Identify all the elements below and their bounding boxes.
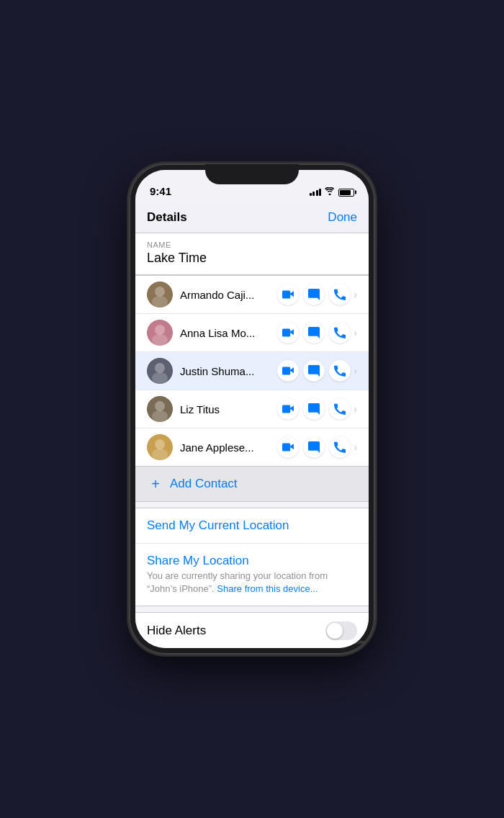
phone-button-liz[interactable] xyxy=(329,398,351,420)
name-label: NAME xyxy=(147,241,357,249)
add-contact-label: Add Contact xyxy=(170,477,238,491)
contact-row-anna[interactable]: Anna Lisa Mo... › xyxy=(135,314,369,352)
share-from-device-link[interactable]: Share from this device... xyxy=(217,583,318,594)
location-section: Send My Current Location Share My Locati… xyxy=(135,508,369,606)
svg-point-11 xyxy=(152,410,168,422)
battery-icon xyxy=(338,189,354,197)
svg-point-1 xyxy=(155,287,165,297)
video-call-button-armando[interactable] xyxy=(277,284,299,305)
svg-point-8 xyxy=(152,372,168,384)
notch xyxy=(205,164,299,184)
location-sub-text: You are currently sharing your location … xyxy=(147,570,357,595)
chevron-liz: › xyxy=(354,403,357,415)
message-button-armando[interactable] xyxy=(303,284,325,305)
contact-name-jane: Jane Applese... xyxy=(180,441,277,454)
hide-alerts-label: Hide Alerts xyxy=(147,624,206,638)
nav-bar: Details Done xyxy=(135,202,369,233)
contact-row-armando[interactable]: Armando Caji... › xyxy=(135,276,369,314)
add-contact-row[interactable]: + Add Contact xyxy=(135,466,369,502)
send-location-label: Send My Current Location xyxy=(147,518,289,532)
wifi-icon xyxy=(325,187,335,197)
contact-name-liz: Liz Titus xyxy=(180,403,277,415)
message-button-jane[interactable] xyxy=(303,436,325,458)
chevron-justin: › xyxy=(354,365,357,377)
share-location-label: Share My Location xyxy=(147,554,249,567)
contact-name-armando: Armando Caji... xyxy=(180,289,277,301)
message-button-anna[interactable] xyxy=(303,322,325,343)
contact-name-anna: Anna Lisa Mo... xyxy=(180,327,277,339)
status-icons xyxy=(310,187,355,197)
status-time: 9:41 xyxy=(150,185,171,197)
screen: 9:41 Details D xyxy=(135,170,369,648)
svg-point-5 xyxy=(152,334,168,346)
settings-section: Hide Alerts xyxy=(135,612,369,648)
video-call-button-jane[interactable] xyxy=(277,436,299,458)
chevron-armando: › xyxy=(354,289,357,300)
phone-button-jane[interactable] xyxy=(329,436,351,458)
toggle-thumb xyxy=(327,623,343,639)
avatar-liz xyxy=(147,396,173,422)
done-button[interactable]: Done xyxy=(328,210,357,225)
hide-alerts-row: Hide Alerts xyxy=(135,613,369,648)
contacts-section: Armando Caji... › xyxy=(135,275,369,466)
svg-point-10 xyxy=(155,401,165,411)
add-contact-icon: + xyxy=(147,475,164,493)
avatar-justin xyxy=(147,358,173,384)
video-call-button-liz[interactable] xyxy=(277,398,299,420)
phone-button-armando[interactable] xyxy=(329,284,351,305)
svg-point-7 xyxy=(155,363,165,373)
contact-actions-jane xyxy=(277,436,351,458)
phone-frame: 9:41 Details D xyxy=(130,164,374,654)
contact-name-justin: Justin Shuma... xyxy=(180,365,277,377)
contact-actions-liz xyxy=(277,398,351,420)
send-location-row[interactable]: Send My Current Location xyxy=(135,508,369,544)
video-call-button-justin[interactable] xyxy=(277,360,299,382)
avatar-anna xyxy=(147,320,173,346)
svg-point-14 xyxy=(152,449,168,460)
chevron-jane: › xyxy=(354,441,357,453)
svg-point-4 xyxy=(155,325,165,335)
svg-point-2 xyxy=(152,296,168,307)
name-section: NAME Lake Time xyxy=(135,233,369,275)
share-location-row[interactable]: Share My Location You are currently shar… xyxy=(135,544,369,606)
avatar-armando xyxy=(147,282,173,307)
contact-row-liz[interactable]: Liz Titus › xyxy=(135,390,369,428)
signal-icon xyxy=(310,189,322,196)
chevron-anna: › xyxy=(354,327,357,338)
phone-button-anna[interactable] xyxy=(329,322,351,343)
contact-actions-armando xyxy=(277,284,351,305)
contact-actions-anna xyxy=(277,322,351,343)
message-button-liz[interactable] xyxy=(303,398,325,420)
message-button-justin[interactable] xyxy=(303,360,325,382)
contact-actions-justin xyxy=(277,360,351,382)
watermark: yoxon.com xyxy=(336,639,364,645)
avatar-jane xyxy=(147,434,173,460)
contact-row-jane[interactable]: Jane Applese... › xyxy=(135,428,369,466)
content-area: NAME Lake Time xyxy=(135,233,369,648)
contact-row-justin[interactable]: Justin Shuma... › xyxy=(135,352,369,390)
nav-title: Details xyxy=(147,210,187,225)
svg-point-13 xyxy=(155,439,165,449)
phone-button-justin[interactable] xyxy=(329,360,351,382)
video-call-button-anna[interactable] xyxy=(277,322,299,343)
hide-alerts-toggle[interactable] xyxy=(325,621,357,640)
name-value: Lake Time xyxy=(147,251,357,266)
